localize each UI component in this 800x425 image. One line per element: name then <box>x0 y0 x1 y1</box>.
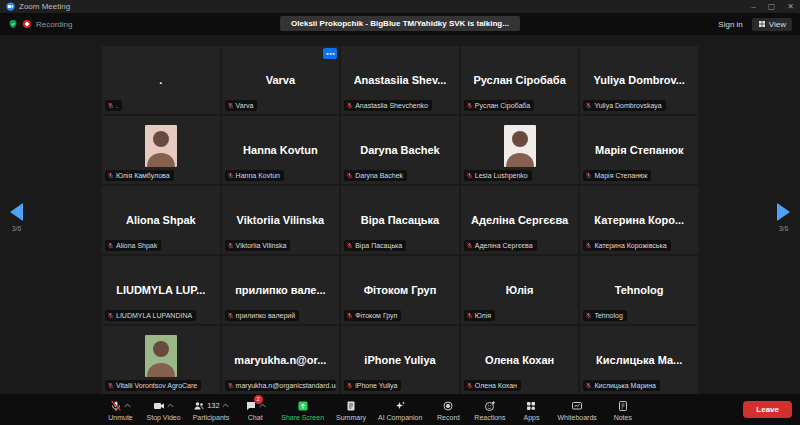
participant-tile-марія-степанюк[interactable]: Марія Степанюк Марія Степанюк <box>580 116 698 184</box>
participant-label-text: Віра Пасацька <box>355 242 402 249</box>
participant-label-text: Руслан Сіробаба <box>475 102 530 109</box>
participant-tile-юлія-камбулова[interactable]: Юлія Камбулова <box>102 116 220 184</box>
participant-tile-руслан-сіробаба[interactable]: Руслан Сіробаба Руслан Сіробаба <box>461 46 579 114</box>
toolbar-participants[interactable]: 132 Participants <box>189 399 234 421</box>
next-page-button[interactable]: 3/6 <box>777 203 790 232</box>
leave-button[interactable]: Leave <box>743 401 792 418</box>
participant-tile-.[interactable]: . . <box>102 46 220 114</box>
participant-tile-фітоком-груп[interactable]: Фітоком Груп Фітоком Груп <box>341 256 459 324</box>
avatar <box>145 125 177 167</box>
participant-name: Фітоком Груп <box>361 284 440 296</box>
mic-muted-icon <box>227 241 234 250</box>
participant-label-text: . <box>116 102 118 109</box>
unread-badge: 2 <box>254 395 263 404</box>
toolbar-summary[interactable]: Summary <box>332 399 370 421</box>
participant-tile-aliona-shpak[interactable]: Aliona Shpak Aliona Shpak <box>102 186 220 254</box>
chevron-up-icon[interactable] <box>167 403 174 408</box>
encryption-shield-icon[interactable] <box>8 19 18 29</box>
participant-tile-varva[interactable]: ⋯ Varva Varva <box>222 46 340 114</box>
close-button[interactable]: ✕ <box>787 2 794 11</box>
view-button-label: View <box>769 20 786 29</box>
participant-label-text: прилипко валерий <box>236 312 296 319</box>
toolbar-reactions[interactable]: Reactions <box>470 399 509 421</box>
participant-tile-daryna-bachek[interactable]: Daryna Bachek Daryna Bachek <box>341 116 459 184</box>
minimize-button[interactable]: – <box>751 2 755 11</box>
participant-tile-liudmyla-lupandina[interactable]: LIUDMYLA LUP... LIUDMYLA LUPANDINA <box>102 256 220 324</box>
toolbar-chat[interactable]: 2 Chat <box>237 399 273 421</box>
toolbar-apps[interactable]: Apps <box>513 399 549 421</box>
toolbar-stop-video[interactable]: Stop Video <box>143 399 185 421</box>
toolbar-record[interactable]: Record <box>430 399 466 421</box>
participant-label-text: Tehnolog <box>594 312 622 319</box>
participant-label: maryukha.n@organicstandard.ua <box>225 380 337 391</box>
participant-tile-viktoriia-vilinska[interactable]: Viktoriia Vilinska Viktoriia Vilinska <box>222 186 340 254</box>
participant-name: Олена Кохан <box>482 354 557 366</box>
camera-icon <box>153 400 165 412</box>
whiteboards-icon <box>571 400 583 412</box>
participant-label: Марія Степанюк <box>583 170 651 181</box>
participant-label: Фітоком Груп <box>344 310 401 321</box>
next-page-arrow-icon[interactable] <box>777 203 790 221</box>
mic-muted-icon <box>466 381 473 390</box>
participant-tile-юлія[interactable]: Юлія Юлія <box>461 256 579 324</box>
participant-tile-vitalii-vorontsov-agrocare[interactable]: Vitalii Vorontsov AgroCare <box>102 326 220 394</box>
mic-muted-icon <box>346 311 353 320</box>
participant-tile-катерина-корожівська[interactable]: Катерина Коро... Катерина Корожівська <box>580 186 698 254</box>
toolbar-share-screen[interactable]: Share Screen <box>277 399 328 421</box>
participant-tile-олена-кохан[interactable]: Олена Кохан Олена Кохан <box>461 326 579 394</box>
participant-label: Катерина Корожівська <box>583 240 670 251</box>
sign-in-button[interactable]: Sign in <box>718 20 742 29</box>
participant-label: Руслан Сіробаба <box>464 100 534 111</box>
prev-page-arrow-icon[interactable] <box>10 203 23 221</box>
mic-muted-icon <box>107 381 114 390</box>
participant-label-text: Марія Степанюк <box>594 172 647 179</box>
chevron-up-icon[interactable] <box>259 403 266 408</box>
toolbar-whiteboards[interactable]: Whiteboards <box>553 399 600 421</box>
view-button[interactable]: View <box>752 18 792 31</box>
participant-tile-lesia-lushpenko[interactable]: Lesia Lushpenko <box>461 116 579 184</box>
participant-label-text: Hanna Kovtun <box>236 172 280 179</box>
chevron-up-icon[interactable] <box>124 403 131 408</box>
participant-tile-yuliya-dombrovskaya[interactable]: Yuliya Dombrov... Yuliya Dombrovskaya <box>580 46 698 114</box>
maximize-button[interactable]: ▢ <box>768 2 776 11</box>
window-titlebar: Zoom Meeting – ▢ ✕ <box>0 0 800 13</box>
mic-muted-icon <box>107 311 114 320</box>
participant-label-text: iPhone Yuliya <box>355 382 397 389</box>
participant-tile-аделіна-сергєєва[interactable]: Аделіна Сергєєва Аделіна Сергєєва <box>461 186 579 254</box>
participant-label-text: Фітоком Груп <box>355 312 397 319</box>
participant-tile-maryukha.n@organicstandard.ua[interactable]: maryukha.n@or... maryukha.n@organicstand… <box>222 326 340 394</box>
participant-label: прилипко валерий <box>225 310 300 321</box>
toolbar-notes[interactable]: Notes <box>605 399 641 421</box>
toolbar-ai-companion[interactable]: AI Companion <box>374 399 426 421</box>
participant-name: Аделіна Сергєєва <box>468 214 571 226</box>
toolbar-item-label: AI Companion <box>378 414 422 421</box>
mic-muted-icon <box>346 381 353 390</box>
participant-tile-hanna-kovtun[interactable]: Hanna Kovtun Hanna Kovtun <box>222 116 340 184</box>
participant-tile-anastasiia-shevchenko[interactable]: Anastasiia Shev... Anastasiia Shevchenko <box>341 46 459 114</box>
mic-muted-icon <box>585 311 592 320</box>
participant-tile-прилипко-валерий[interactable]: прилипко вале... прилипко валерий <box>222 256 340 324</box>
participant-name: . <box>156 74 165 86</box>
toolbar-item-label: Notes <box>614 414 632 421</box>
mic-muted-icon <box>466 241 473 250</box>
participant-tile-кислицька-марина[interactable]: Кислицька Ма... Кислицька Марина <box>580 326 698 394</box>
participant-tile-tehnolog[interactable]: Tehnolog Tehnolog <box>580 256 698 324</box>
toolbar-item-label: Participants <box>193 414 230 421</box>
chevron-up-icon[interactable] <box>222 403 229 408</box>
talking-banner: Oleksii Prokopchik - BigBlue TM/Yahidky … <box>280 16 520 31</box>
participant-tile-iphone-yuliya[interactable]: iPhone Yuliya iPhone Yuliya <box>341 326 459 394</box>
participant-name: Кислицька Ма... <box>593 354 685 366</box>
more-options-button[interactable]: ⋯ <box>323 48 337 59</box>
page-indicator: 3/6 <box>779 225 789 232</box>
toolbar-item-label: Summary <box>336 414 366 421</box>
toolbar-unmute[interactable]: Unmute <box>103 399 139 421</box>
toolbar-item-label: Stop Video <box>147 414 181 421</box>
ai-companion-icon <box>394 400 406 412</box>
participant-name: Viktoriia Vilinska <box>234 214 328 226</box>
mic-muted-icon <box>466 311 473 320</box>
prev-page-button[interactable]: 3/6 <box>10 203 23 232</box>
participant-label: Hanna Kovtun <box>225 170 284 181</box>
window-title: Zoom Meeting <box>19 2 70 11</box>
meeting-header: Recording Oleksii Prokopchik - BigBlue T… <box>0 13 800 35</box>
participant-tile-віра-пасацька[interactable]: Віра Пасацька Віра Пасацька <box>341 186 459 254</box>
